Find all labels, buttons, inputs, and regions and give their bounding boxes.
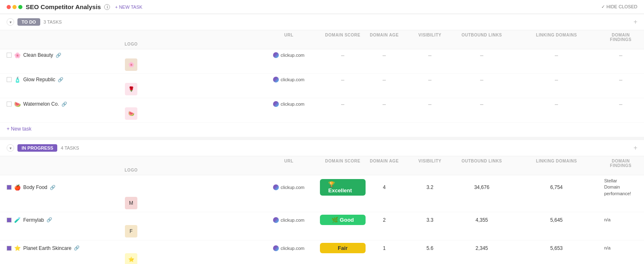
url-text: clickup.com [281, 53, 304, 58]
collapse-btn-todo[interactable]: ▾ [7, 18, 14, 26]
outbound-links-cell: – [455, 52, 509, 58]
table-row[interactable]: ⭐Planet Earth Skincare🔗clickup.comFair15… [0, 240, 644, 264]
task-name[interactable]: Fermylab [23, 217, 44, 223]
close-dot[interactable] [7, 5, 11, 9]
col-header-visibility: VISIBILITY [405, 33, 455, 42]
visibility-cell: 3.2 [405, 184, 455, 190]
task-checkbox[interactable] [7, 185, 12, 190]
add-task-btn-todo[interactable]: + [634, 18, 637, 26]
task-emoji: ⭐ [14, 245, 21, 251]
url-cell[interactable]: clickup.com [256, 77, 322, 82]
domain-age-cell: – [363, 52, 405, 58]
domain-findings-cell: – [604, 52, 637, 58]
link-icon[interactable]: 🔗 [74, 245, 80, 251]
link-icon[interactable]: 🔗 [50, 185, 56, 190]
task-checkbox[interactable] [7, 53, 12, 58]
score-badge: 🏆 Excellent [320, 179, 366, 196]
score-badge: Fair [320, 243, 366, 253]
domain-score-cell: – [322, 76, 363, 83]
table-row[interactable]: 🧴Glow Republic🔗clickup.com––––––🌹 [0, 74, 644, 98]
domain-age-cell: – [363, 101, 405, 107]
linking-domains-cell: 5,653 [509, 245, 604, 251]
url-cell[interactable]: clickup.com [256, 184, 322, 190]
table-row[interactable]: 🍎Body Food🔗clickup.com🏆 Excellent43.234,… [0, 175, 644, 212]
task-name-cell: 🧪Fermylab🔗 [7, 217, 256, 223]
task-name[interactable]: Clean Beauty [23, 52, 53, 58]
url-cell[interactable]: clickup.com [256, 245, 322, 251]
col-header-logo: LOGO [7, 168, 256, 172]
url-text: clickup.com [281, 218, 304, 223]
domain-age-cell: 1 [363, 245, 405, 251]
logo-cell: F [7, 225, 256, 237]
task-emoji: 🧴 [14, 77, 21, 83]
domain-score-cell: Fair [322, 243, 363, 253]
section-header-inprogress[interactable]: ▾IN PROGRESS4 TASKS+ [0, 140, 644, 156]
domain-findings-cell: n/a [604, 245, 637, 251]
collapse-btn-inprogress[interactable]: ▾ [7, 144, 14, 152]
link-icon[interactable]: 🔗 [56, 53, 61, 58]
col-header-outbound-links: OUTBOUND LINKS [455, 33, 509, 42]
col-header-logo: LOGO [7, 42, 256, 46]
logo-cell: 🌹 [7, 83, 256, 95]
logo-placeholder: 🌸 [125, 58, 137, 71]
main-content: ▾TO DO3 TASKS+URLDOMAIN SCOREDOMAIN AGEV… [0, 14, 644, 264]
window-controls [7, 5, 22, 9]
task-checkbox[interactable] [7, 77, 12, 82]
logo-cell: M [7, 197, 256, 209]
status-badge-inprogress: IN PROGRESS [17, 144, 57, 152]
col-header-url: URL [256, 33, 322, 42]
url-cell[interactable]: clickup.com [256, 217, 322, 223]
add-task-btn-inprogress[interactable]: + [634, 144, 637, 152]
table-row[interactable]: 🌸Clean Beauty🔗clickup.com––––––🌸 [0, 49, 644, 74]
table-row[interactable]: 🍉Watermelon Co.🔗clickup.com––––––🍉 [0, 98, 644, 123]
url-text: clickup.com [281, 185, 304, 190]
new-task-button[interactable]: + NEW TASK [115, 5, 142, 10]
task-name[interactable]: Planet Earth Skincare [23, 245, 71, 251]
domain-findings-cell: – [604, 76, 637, 83]
col-header-outbound-links: OUTBOUND LINKS [455, 159, 509, 168]
table-row[interactable]: 🧪Fermylab🔗clickup.com🌿 Good23.34,3555,64… [0, 212, 644, 240]
linking-domains-cell: – [509, 76, 604, 83]
hide-closed-button[interactable]: ✓ HIDE CLOSED [601, 4, 637, 10]
url-cell[interactable]: clickup.com [256, 101, 322, 107]
clickup-icon [273, 245, 279, 251]
url-text: clickup.com [281, 102, 304, 107]
url-text: clickup.com [281, 77, 304, 82]
task-checkbox[interactable] [7, 246, 12, 251]
task-name-cell: 🍎Body Food🔗 [7, 184, 256, 191]
info-icon[interactable]: ℹ [104, 4, 110, 10]
clickup-icon [273, 217, 279, 223]
section-header-todo[interactable]: ▾TO DO3 TASKS+ [0, 14, 644, 30]
linking-domains-cell: 5,645 [509, 217, 604, 223]
col-header-visibility: VISIBILITY [405, 159, 455, 168]
domain-score-cell: – [322, 101, 363, 107]
domain-score-cell: 🌿 Good [322, 215, 363, 225]
col-header-domain-age: DOMAIN AGE [363, 159, 405, 168]
link-icon[interactable]: 🔗 [61, 102, 67, 107]
task-checkbox[interactable] [7, 102, 12, 107]
col-header-domain-score: DOMAIN SCORE [322, 33, 363, 42]
task-name[interactable]: Watermelon Co. [23, 101, 59, 107]
logo-placeholder: F [125, 225, 137, 237]
logo-placeholder: 🍉 [125, 107, 137, 120]
logo-placeholder: ⭐ [125, 253, 137, 264]
task-name-cell: 🍉Watermelon Co.🔗 [7, 101, 256, 107]
linking-domains-cell: – [509, 101, 604, 107]
visibility-cell: – [405, 76, 455, 83]
clickup-icon [273, 184, 279, 190]
url-cell[interactable]: clickup.com [256, 52, 322, 58]
minimize-dot[interactable] [12, 5, 17, 9]
link-icon[interactable]: 🔗 [58, 77, 63, 82]
task-name[interactable]: Body Food [23, 184, 47, 190]
link-icon[interactable]: 🔗 [46, 217, 52, 223]
section-inprogress: ▾IN PROGRESS4 TASKS+URLDOMAIN SCOREDOMAI… [0, 140, 644, 264]
col-header-domain-age: DOMAIN AGE [363, 33, 405, 42]
maximize-dot[interactable] [18, 5, 22, 9]
task-name-cell: 🌸Clean Beauty🔗 [7, 52, 256, 58]
domain-findings-cell: Stellar Domain performance! [604, 178, 637, 197]
new-task-row[interactable]: + New task [0, 123, 644, 137]
task-checkbox[interactable] [7, 218, 12, 223]
col-header-linking-domains: LINKING DOMAINS [509, 159, 604, 168]
task-name-cell: ⭐Planet Earth Skincare🔗 [7, 245, 256, 251]
task-name[interactable]: Glow Republic [23, 77, 55, 82]
